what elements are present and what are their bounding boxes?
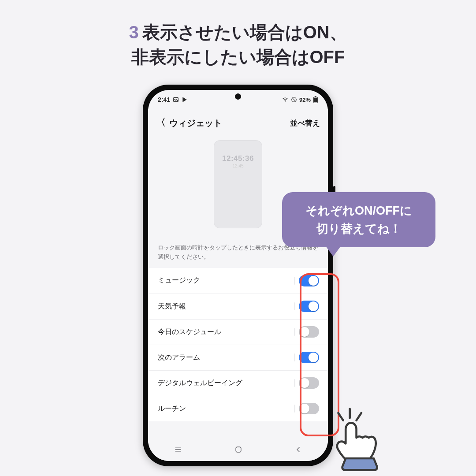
back-icon[interactable]: 〈 — [156, 118, 166, 127]
toggle-switch[interactable] — [299, 352, 319, 363]
svg-rect-4 — [315, 96, 316, 97]
svg-rect-6 — [236, 447, 241, 452]
widget-toggle-list: ミュージック 天気予報 今日のスケジュール 次のアラーム デジタルウェルビーイン… — [148, 268, 328, 421]
list-item[interactable]: 天気予報 — [148, 294, 328, 319]
drag-handle-icon — [294, 353, 295, 361]
drag-handle-icon — [294, 328, 295, 336]
heading-line2: 非表示にしたい場合はOFF — [129, 45, 347, 69]
phone-screen: 2:41 92% — [148, 90, 328, 461]
battery-icon — [313, 96, 318, 103]
toggle-switch[interactable] — [299, 301, 319, 312]
list-item-label: 次のアラーム — [158, 353, 200, 362]
statusbar-time: 2:41 — [158, 96, 170, 103]
preview-subclock: 12:45 — [232, 164, 243, 168]
annotation-speech-bubble: それぞれON/OFFに 切り替えてね！ — [282, 192, 435, 247]
wifi-icon — [282, 97, 289, 103]
list-item[interactable]: 次のアラーム — [148, 345, 328, 370]
toggle-switch[interactable] — [299, 403, 319, 414]
list-item-label: 天気予報 — [158, 302, 186, 311]
statusbar-battery-text: 92% — [299, 97, 311, 103]
list-item[interactable]: 今日のスケジュール — [148, 319, 328, 345]
android-navbar — [148, 440, 328, 461]
list-item[interactable]: ルーチン — [148, 396, 328, 421]
bubble-line1: それぞれON/OFFに — [294, 202, 424, 220]
play-store-icon — [182, 97, 188, 103]
list-item-label: デジタルウェルビーイング — [158, 379, 242, 388]
list-item[interactable]: デジタルウェルビーイング — [148, 370, 328, 396]
bubble-line2: 切り替えてね！ — [294, 220, 424, 238]
tap-hand-icon — [321, 405, 387, 472]
widget-preview-card[interactable]: 12:45:36 12:45 — [214, 140, 262, 228]
heading-line1: 表示させたい場合はON、 — [142, 22, 347, 42]
preview-clock: 12:45:36 — [222, 154, 254, 163]
instruction-heading: 3表示させたい場合はON、 非表示にしたい場合はOFF — [129, 20, 347, 69]
screen-titlebar: 〈 ウィジェット 並べ替え — [148, 109, 328, 137]
list-item-label: ルーチン — [158, 404, 186, 413]
drag-handle-icon — [294, 302, 295, 310]
drag-handle-icon — [294, 379, 295, 387]
step-number: 3 — [129, 22, 138, 42]
svg-point-1 — [285, 101, 286, 102]
list-item-label: 今日のスケジュール — [158, 327, 221, 337]
toggle-switch[interactable] — [299, 377, 319, 389]
toggle-switch[interactable] — [299, 275, 319, 286]
do-not-disturb-icon — [291, 97, 297, 103]
list-item[interactable]: ミュージック — [148, 268, 328, 294]
image-icon — [173, 97, 179, 103]
drag-handle-icon — [294, 277, 295, 285]
nav-home-icon[interactable] — [234, 445, 243, 456]
sort-button[interactable]: 並べ替え — [290, 118, 320, 128]
nav-back-icon[interactable] — [294, 446, 302, 456]
status-bar: 2:41 92% — [148, 90, 328, 109]
screen-title: ウィジェット — [169, 117, 222, 129]
list-item-label: ミュージック — [158, 276, 200, 285]
drag-handle-icon — [294, 405, 295, 413]
phone-camera-dot — [235, 93, 241, 100]
nav-recent-icon[interactable] — [174, 446, 182, 456]
toggle-switch[interactable] — [299, 326, 319, 338]
phone-frame: 2:41 92% — [143, 85, 333, 466]
svg-rect-5 — [314, 98, 317, 102]
